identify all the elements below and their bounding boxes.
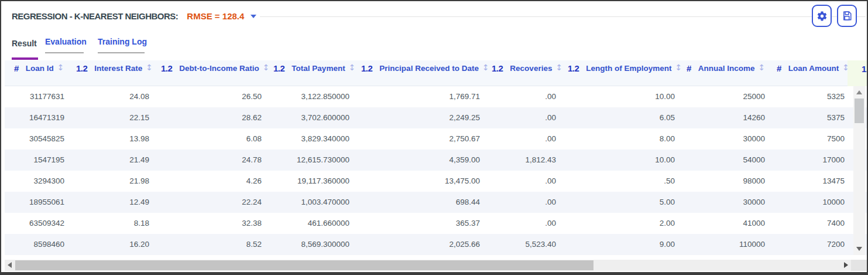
integer-type-icon: # (777, 63, 781, 73)
sort-icon[interactable]: ↕ (482, 63, 489, 72)
tab-evaluation[interactable]: Evaluation (45, 37, 87, 46)
decimal-type-icon: 1.2 (568, 63, 579, 73)
table-cell: 54000 (682, 150, 772, 171)
table-row[interactable]: 329430021.984.2619,117.36000013,475.00.0… (5, 171, 867, 192)
table-cell: 8,569.300000 (269, 234, 356, 255)
metric-dropdown[interactable]: RMSE = 128.4 (187, 11, 256, 21)
table-cell: 7500 (772, 128, 848, 150)
column-header-prediction[interactable]: 1.2 (848, 60, 867, 86)
table-cell: 3,122.850000 (269, 86, 356, 107)
table-cell: 8.18 (71, 213, 156, 234)
column-header-loan-id[interactable]: #Loan Id↕ (5, 61, 71, 75)
table-cell: 16471319 (5, 107, 71, 128)
table-cell: .00 (487, 192, 563, 213)
vertical-scrollbar[interactable] (853, 86, 865, 255)
column-label: Annual Income (698, 64, 755, 73)
sort-icon[interactable]: ↕ (57, 63, 64, 72)
table-cell: 5375 (772, 107, 848, 128)
column-label: Recoveries (510, 64, 552, 73)
table-cell: 3,702.600000 (269, 107, 356, 128)
decimal-type-icon: 1.2 (161, 63, 172, 73)
scroll-left-arrow[interactable] (8, 262, 12, 268)
sort-icon[interactable]: ↕ (842, 63, 849, 72)
table-cell: .00 (487, 171, 563, 192)
table-cell: 365.37 (356, 213, 487, 234)
settings-button[interactable] (812, 5, 832, 27)
table-cell: 13.98 (71, 128, 156, 150)
table-cell: 21.98 (71, 171, 156, 192)
table-cell: 3294300 (5, 171, 71, 192)
integer-type-icon: # (687, 63, 691, 73)
sort-icon[interactable]: ↕ (759, 63, 766, 72)
table-cell: 5,523.40 (487, 234, 563, 255)
scrollbar-corner (851, 260, 867, 271)
table-cell: 5.00 (563, 192, 682, 213)
sort-icon[interactable]: ↕ (146, 63, 153, 72)
table-cell: 30000 (682, 192, 772, 213)
table-cell: 8.00 (563, 128, 682, 150)
table-cell: 98000 (682, 171, 772, 192)
tab-result[interactable]: Result (12, 39, 37, 48)
table-cell: 14260 (682, 107, 772, 128)
table-cell: 698.44 (356, 192, 487, 213)
tab-underline (98, 52, 145, 53)
scroll-down-arrow[interactable] (856, 247, 862, 251)
table-cell: 2,025.66 (356, 234, 487, 255)
table-cell: 25000 (682, 86, 772, 107)
table-cell: 19,117.360000 (269, 171, 356, 192)
table-viewport: #Loan Id↕1.2Interest Rate↕1.2Debt-to-Inc… (5, 60, 867, 255)
table-cell: 30545825 (5, 128, 71, 150)
table-cell: 18955061 (5, 192, 71, 213)
sort-icon[interactable]: ↕ (555, 63, 562, 72)
gear-icon (816, 11, 828, 22)
decimal-type-icon: 1.2 (361, 63, 372, 73)
table-cell: 10000 (772, 192, 848, 213)
vertical-scrollbar-thumb[interactable] (855, 99, 864, 123)
table-cell: .00 (487, 86, 563, 107)
sort-icon[interactable]: ↕ (349, 63, 356, 72)
table-cell: 3,829.340000 (269, 128, 356, 150)
tab-training-log[interactable]: Training Log (98, 37, 147, 46)
sort-icon[interactable]: ↕ (263, 63, 270, 72)
table-cell: 21.49 (71, 150, 156, 171)
save-button[interactable] (837, 5, 857, 27)
column-header-annual-income[interactable]: #Annual Income↕ (682, 61, 772, 75)
horizontal-scrollbar-thumb[interactable] (15, 260, 593, 270)
table-row[interactable]: 1647131922.1528.623,702.6000002,249.25.0… (5, 107, 867, 128)
table-cell: 1,003.470000 (269, 192, 356, 213)
table-cell: 7200 (772, 234, 848, 255)
table-cell: 28.62 (156, 107, 269, 128)
table-cell: 24.08 (71, 86, 156, 107)
column-header-recoveries[interactable]: 1.2Recoveries↕ (487, 61, 563, 75)
table-row[interactable]: 635093428.1832.38461.660000365.37.002.00… (5, 213, 867, 234)
column-header-debt-to-income-ratio[interactable]: 1.2Debt-to-Income Ratio↕ (156, 61, 269, 75)
column-header-total-payment[interactable]: 1.2Total Payment↕ (269, 61, 356, 75)
table-cell: 6.08 (156, 128, 269, 150)
header-divider (260, 16, 866, 17)
table-cell: 1,769.71 (356, 86, 487, 107)
decimal-type-icon: 1.2 (273, 63, 284, 73)
column-header-loan-amount[interactable]: #Loan Amount↕ (772, 61, 848, 75)
table-cell: 22.15 (71, 107, 156, 128)
table-cell: 7400 (772, 213, 848, 234)
table-cell: 22.24 (156, 192, 269, 213)
sort-icon[interactable]: ↕ (675, 63, 682, 72)
table-cell: 2.00 (563, 213, 682, 234)
scroll-right-arrow[interactable] (844, 262, 848, 268)
table-row[interactable]: 3117763124.0826.503,122.8500001,769.71.0… (5, 86, 867, 107)
column-header-length-of-employment[interactable]: 1.2Length of Employment↕ (563, 61, 682, 75)
table-cell: 32.38 (156, 213, 269, 234)
column-header-principal-received-to-date[interactable]: 1.2Principal Received to Date↕ (356, 61, 487, 75)
table-row[interactable]: 1895506112.4922.241,003.470000698.44.005… (5, 192, 867, 213)
column-header-interest-rate[interactable]: 1.2Interest Rate↕ (71, 61, 156, 75)
horizontal-scrollbar[interactable] (5, 260, 851, 271)
table-cell: 8598460 (5, 234, 71, 255)
app-window: REGRESSION - K-NEAREST NEIGHBORS: RMSE =… (0, 0, 868, 275)
scroll-up-arrow[interactable] (856, 90, 862, 94)
table-row[interactable]: 3054582513.986.083,829.3400002,750.67.00… (5, 128, 867, 150)
table-cell: 5325 (772, 86, 848, 107)
column-label: Loan Amount (788, 64, 839, 73)
column-label: Debt-to-Income Ratio (179, 64, 259, 73)
table-row[interactable]: 859846016.208.528,569.3000002,025.665,52… (5, 234, 867, 255)
table-row[interactable]: 154719521.4924.7812,615.7300004,359.001,… (5, 150, 867, 171)
